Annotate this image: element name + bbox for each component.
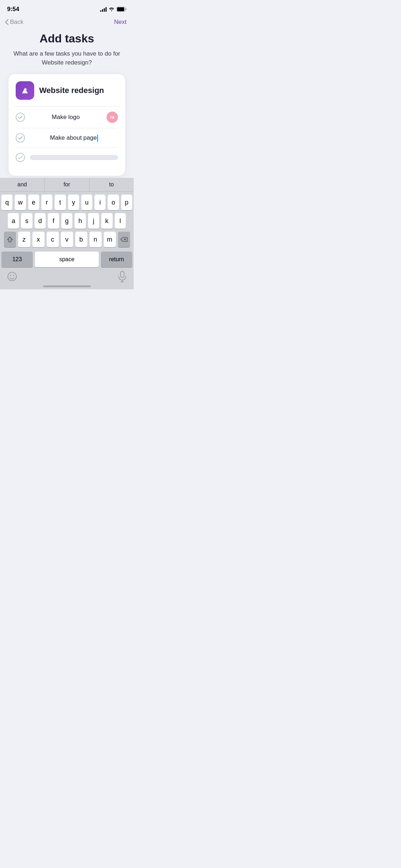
key-o[interactable]: o xyxy=(108,195,119,210)
nav-bar: Back Next xyxy=(0,16,134,29)
shift-key[interactable] xyxy=(4,232,16,247)
avatar: ra xyxy=(107,112,118,123)
home-indicator xyxy=(43,285,91,287)
status-time: 9:54 xyxy=(7,6,19,13)
page-subtitle: What are a few tasks you have to do for … xyxy=(9,50,125,67)
svg-point-8 xyxy=(13,275,14,276)
next-button[interactable]: Next xyxy=(114,19,127,26)
status-bar: 9:54 xyxy=(0,0,134,16)
keyboard: and for to q w e r t y u i o p a s d f g… xyxy=(0,178,134,289)
key-c[interactable]: c xyxy=(47,232,59,247)
project-name: Website redesign xyxy=(39,86,104,95)
key-x[interactable]: x xyxy=(32,232,45,247)
mountain-icon xyxy=(20,86,30,95)
task-item[interactable]: Make logo ra xyxy=(16,107,118,128)
key-h[interactable]: h xyxy=(74,213,86,229)
suggestion-and[interactable]: and xyxy=(0,178,45,191)
delete-icon xyxy=(120,237,128,242)
numeric-key[interactable]: 123 xyxy=(1,252,33,267)
key-q[interactable]: q xyxy=(1,195,12,210)
key-g[interactable]: g xyxy=(61,213,72,229)
key-v[interactable]: v xyxy=(61,232,73,247)
key-row-2: a s d f g h j k l xyxy=(1,213,132,229)
check-icon xyxy=(18,115,23,120)
task-checkbox[interactable] xyxy=(16,113,25,122)
battery-icon xyxy=(117,7,127,12)
task-label: Make about page xyxy=(30,134,118,142)
delete-key[interactable] xyxy=(118,232,130,247)
key-e[interactable]: e xyxy=(28,195,39,210)
key-j[interactable]: j xyxy=(88,213,99,229)
key-n[interactable]: n xyxy=(89,232,102,247)
key-row-3: z x c v b n m xyxy=(1,232,132,247)
svg-point-6 xyxy=(8,272,16,281)
page-title: Add tasks xyxy=(9,32,125,45)
keyboard-bottom-row: 123 space return xyxy=(0,252,134,269)
key-a[interactable]: a xyxy=(8,213,19,229)
key-z[interactable]: z xyxy=(18,232,30,247)
keyboard-suggestions: and for to xyxy=(0,178,134,192)
svg-point-7 xyxy=(10,275,11,276)
task-input-placeholder xyxy=(30,155,118,160)
key-s[interactable]: s xyxy=(21,213,32,229)
svg-point-5 xyxy=(25,88,27,90)
key-k[interactable]: k xyxy=(101,213,112,229)
key-u[interactable]: u xyxy=(81,195,92,210)
shift-icon xyxy=(7,236,13,243)
key-t[interactable]: t xyxy=(55,195,66,210)
key-row-1: q w e r t y u i o p xyxy=(1,195,132,210)
key-b[interactable]: b xyxy=(75,232,87,247)
key-f[interactable]: f xyxy=(48,213,59,229)
back-button[interactable]: Back xyxy=(5,19,24,26)
suggestion-for[interactable]: for xyxy=(45,178,89,191)
task-input-row[interactable] xyxy=(16,148,118,167)
check-icon xyxy=(18,135,23,140)
key-w[interactable]: w xyxy=(15,195,26,210)
key-y[interactable]: y xyxy=(68,195,79,210)
task-label: Make logo xyxy=(30,114,102,121)
main-content: Add tasks What are a few tasks you have … xyxy=(0,29,134,176)
task-checkbox[interactable] xyxy=(16,153,25,162)
key-m[interactable]: m xyxy=(104,232,116,247)
check-icon xyxy=(18,155,23,160)
task-card: Website redesign Make logo ra Make about… xyxy=(9,74,125,176)
task-item[interactable]: Make about page xyxy=(16,128,118,148)
signal-icon xyxy=(100,7,107,12)
microphone-icon[interactable] xyxy=(118,271,127,282)
project-icon xyxy=(16,81,34,100)
task-checkbox[interactable] xyxy=(16,133,25,143)
suggestion-to[interactable]: to xyxy=(89,178,134,191)
svg-rect-9 xyxy=(120,271,124,278)
keyboard-rows: q w e r t y u i o p a s d f g h j k l xyxy=(0,192,134,252)
key-r[interactable]: r xyxy=(41,195,52,210)
status-icons xyxy=(100,7,127,12)
key-i[interactable]: i xyxy=(94,195,106,210)
wifi-icon xyxy=(109,7,114,11)
key-l[interactable]: l xyxy=(115,213,126,229)
emoji-icon[interactable] xyxy=(7,272,17,281)
chevron-left-icon xyxy=(5,19,9,25)
svg-rect-2 xyxy=(126,8,127,10)
key-p[interactable]: p xyxy=(121,195,132,210)
svg-rect-1 xyxy=(117,7,124,11)
return-key[interactable]: return xyxy=(101,252,132,267)
key-d[interactable]: d xyxy=(35,213,46,229)
project-header: Website redesign xyxy=(16,81,118,100)
space-key[interactable]: space xyxy=(35,252,99,267)
text-cursor xyxy=(97,135,98,142)
